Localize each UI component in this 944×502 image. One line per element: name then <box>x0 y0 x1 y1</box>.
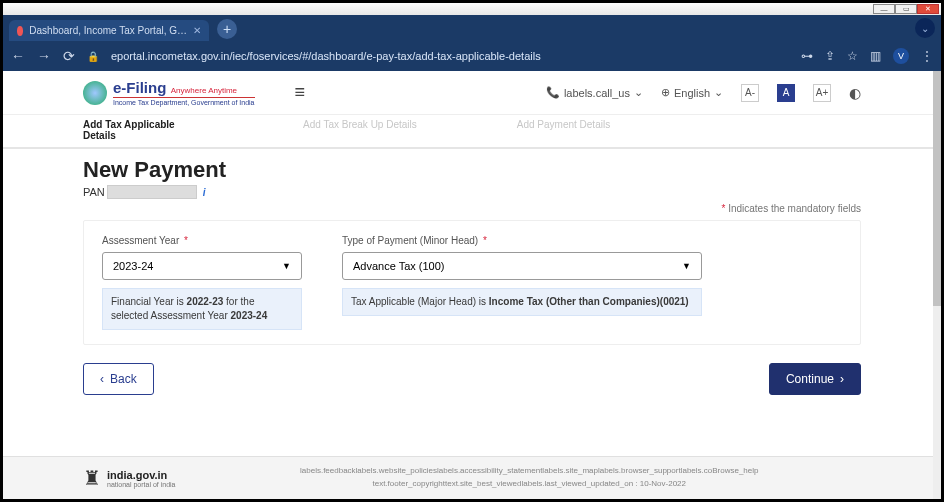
browser-tabstrip: Dashboard, Income Tax Portal, G… ✕ + ⌄ <box>3 15 941 41</box>
language-label: English <box>674 87 710 99</box>
star-icon[interactable]: ☆ <box>847 49 858 63</box>
contrast-icon[interactable]: ◐ <box>849 85 861 101</box>
call-label: labels.call_us <box>564 87 630 99</box>
extensions-icon[interactable]: ▥ <box>870 49 881 63</box>
footer-links: labels.feedbacklabels.website_policiesla… <box>206 465 854 491</box>
payment-type-value: Advance Tax (100) <box>353 260 445 272</box>
assessment-year-value: 2023-24 <box>113 260 153 272</box>
font-decrease-button[interactable]: A- <box>741 84 759 102</box>
footer-natl-label: national portal of india <box>107 481 176 488</box>
os-titlebar: — ▭ ✕ <box>3 3 941 15</box>
call-us-dropdown[interactable]: 📞 labels.call_us ⌄ <box>546 86 643 99</box>
brand-text: e-Filing <box>113 79 166 96</box>
chevron-left-icon: ‹ <box>100 372 104 386</box>
stepper-step: Add Tax Break Up Details <box>303 119 417 141</box>
address-bar[interactable]: eportal.incometax.gov.in/iec/foservices/… <box>111 50 789 62</box>
hamburger-icon[interactable]: ≡ <box>295 82 306 103</box>
mandatory-note: * Indicates the mandatory fields <box>83 203 861 214</box>
new-tab-button[interactable]: + <box>217 19 237 39</box>
key-icon[interactable]: ⊶ <box>801 49 813 63</box>
page-title: New Payment <box>83 157 861 183</box>
info-icon[interactable]: i <box>203 187 206 198</box>
page-body: e-Filing Anywhere Anytime Income Tax Dep… <box>3 71 941 499</box>
font-normal-button[interactable]: A <box>777 84 795 102</box>
ashoka-emblem-icon: ♜ <box>83 466 101 490</box>
menu-icon[interactable]: ⋮ <box>921 49 933 63</box>
chevron-down-icon: ⌄ <box>634 86 643 99</box>
pan-label: PAN <box>83 186 105 198</box>
chevron-down-icon[interactable]: ⌄ <box>915 18 935 38</box>
phone-icon: 📞 <box>546 86 560 99</box>
assessment-year-label: Assessment Year * <box>102 235 302 246</box>
profile-avatar[interactable]: V <box>893 48 909 64</box>
pan-row: PAN i <box>83 185 861 199</box>
site-logo[interactable]: e-Filing Anywhere Anytime Income Tax Dep… <box>83 79 255 106</box>
font-increase-button[interactable]: A+ <box>813 84 831 102</box>
payment-type-hint: Tax Applicable (Major Head) is Income Ta… <box>342 288 702 316</box>
os-maximize-button[interactable]: ▭ <box>895 4 917 14</box>
scrollbar-thumb[interactable] <box>933 71 941 306</box>
language-dropdown[interactable]: ⊕ English ⌄ <box>661 86 723 99</box>
assessment-year-hint: Financial Year is 2022-23 for the select… <box>102 288 302 330</box>
footer-india-label: india.gov.in <box>107 469 176 481</box>
caret-down-icon: ▼ <box>282 261 291 271</box>
site-footer: ♜ india.gov.in national portal of india … <box>3 456 933 499</box>
emblem-icon <box>83 81 107 105</box>
stepper: Add Tax Applicable Details Add Tax Break… <box>3 115 941 149</box>
os-close-button[interactable]: ✕ <box>917 4 939 14</box>
forward-icon[interactable]: → <box>37 48 51 64</box>
caret-down-icon: ▼ <box>682 261 691 271</box>
brand-dept: Income Tax Department, Government of Ind… <box>113 97 255 106</box>
stepper-step: Add Payment Details <box>517 119 610 141</box>
brand-tagline: Anywhere Anytime <box>171 86 237 95</box>
os-minimize-button[interactable]: — <box>873 4 895 14</box>
browser-tab[interactable]: Dashboard, Income Tax Portal, G… ✕ <box>9 20 209 41</box>
tab-title: Dashboard, Income Tax Portal, G… <box>29 25 187 36</box>
assessment-year-select[interactable]: 2023-24 ▼ <box>102 252 302 280</box>
chevron-right-icon: › <box>840 372 844 386</box>
back-button[interactable]: ‹ Back <box>83 363 154 395</box>
close-tab-icon[interactable]: ✕ <box>193 25 201 36</box>
globe-icon: ⊕ <box>661 86 670 99</box>
back-icon[interactable]: ← <box>11 48 25 64</box>
site-header: e-Filing Anywhere Anytime Income Tax Dep… <box>3 71 941 115</box>
favicon-icon <box>17 26 23 36</box>
chevron-down-icon: ⌄ <box>714 86 723 99</box>
browser-toolbar: ← → ⟳ 🔒 eportal.incometax.gov.in/iec/fos… <box>3 41 941 71</box>
payment-type-select[interactable]: Advance Tax (100) ▼ <box>342 252 702 280</box>
stepper-step-active: Add Tax Applicable Details <box>83 119 203 141</box>
reload-icon[interactable]: ⟳ <box>63 48 75 64</box>
continue-button[interactable]: Continue › <box>769 363 861 395</box>
form-card: Assessment Year * 2023-24 ▼ Financial Ye… <box>83 220 861 345</box>
payment-type-label: Type of Payment (Minor Head) * <box>342 235 702 246</box>
lock-icon: 🔒 <box>87 51 99 62</box>
pan-value-masked <box>107 185 197 199</box>
footer-logo[interactable]: ♜ india.gov.in national portal of india <box>83 466 176 490</box>
share-icon[interactable]: ⇪ <box>825 49 835 63</box>
